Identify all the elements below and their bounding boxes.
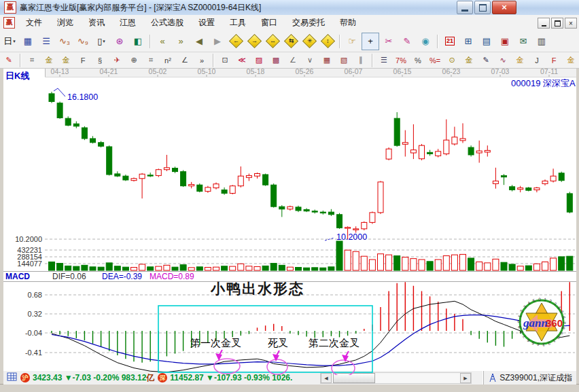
wave-count-9-icon[interactable]: ∿₉ [74,33,92,50]
angle-line-f-icon[interactable]: F [546,53,562,67]
menu-item-9[interactable]: 帮助 [332,18,364,27]
rocket-grid-icon[interactable]: ✈ [109,53,125,67]
title-bar: 赢 赢家江恩专业版[赢家内部服务平台] - [深深宝A SZ000019-64日… [0,0,579,16]
logo-text-gann: gann [523,317,548,329]
nav-next-icon[interactable]: ▶ [209,33,226,50]
more-gann-tools-icon[interactable]: » [194,53,210,67]
gold-section-circle-icon[interactable]: ⊙ [444,53,460,67]
menu-item-2[interactable]: 资讯 [81,18,112,27]
menu-item-6[interactable]: 工具 [222,18,253,27]
gold-grid-fall-icon[interactable]: 金 [58,53,74,67]
pan-left-icon[interactable]: ← [227,33,245,50]
angle-line-j-icon[interactable]: J [529,53,545,67]
angle-measure-icon[interactable]: ✂ [380,33,398,50]
mdi-minimize-button[interactable] [538,18,550,29]
gold-price-line-icon[interactable]: 金 [512,53,528,67]
speed-fan-icon[interactable]: ≪ [234,53,250,67]
parallel-lines-icon[interactable]: ∥ [353,53,369,67]
crosshair-tool-icon[interactable]: + [362,33,379,50]
zoom-out-horizontal-icon[interactable]: ↔ [264,33,281,50]
spiral-grid-icon[interactable]: § [92,53,108,67]
menu-item-5[interactable]: 设置 [191,18,222,27]
pattern-grid-a-icon[interactable]: ▦ [319,53,335,67]
export-icon[interactable]: ✉ [514,33,532,50]
chart-background [3,68,576,370]
axis-label: -0.41 [25,349,42,357]
menu-item-8[interactable]: 交易委托 [285,18,332,27]
chart-window-icon[interactable]: ▦ [19,33,37,50]
gold-grid-rise-icon[interactable]: 金 [41,53,57,67]
menu-item-3[interactable]: 江恩 [112,18,143,27]
candle-style-icon[interactable]: ▯▾ [92,33,110,50]
nav-prev-icon[interactable]: ◀ [190,33,208,50]
pattern-grid-b-icon[interactable]: ▧ [336,53,352,67]
draw-pen-icon[interactable]: ✎ [398,33,416,50]
percent-lines-icon[interactable]: %= [427,53,443,67]
window-controls: × [455,1,516,14]
color-histogram-icon[interactable]: ◧ [129,33,147,50]
box-fan-icon[interactable]: ▨ [251,53,267,67]
kline-period-icon[interactable]: 日▾ [1,33,18,50]
nav-first-icon[interactable]: « [154,33,171,50]
mdi-close-button[interactable]: × [565,18,577,29]
price-ruler-grid-icon[interactable]: ⌗ [143,53,159,67]
gann-grid-icon[interactable]: ⌗ [24,53,40,67]
macd-macd-value: MACD=0.89 [150,272,194,281]
volume-ladder-icon[interactable]: ☰ [376,53,392,67]
date-tick-label: 04-13 [51,68,69,75]
macd-dif-value: DIF=0.06 [52,272,86,281]
low-price-label: 10.2000 [336,232,367,242]
stock-filter-icon[interactable]: ⊛ [111,33,128,50]
kline-chart-canvas[interactable]: 04-1304-2105-0205-1005-1805-2606-0706-15… [0,68,579,375]
expand-chart-icon[interactable]: ↕ [319,33,336,50]
menu-bar: 赢 文件浏览资讯江恩公式选股设置工具窗口交易委托帮助 × [0,15,579,31]
wave-count-3-icon[interactable]: ∿₃ [56,33,73,50]
pattern-annotation-title: 小鸭出水形态 [211,279,304,298]
close-icon: × [502,2,507,13]
toolbar-separator [339,35,340,48]
window-minimize-button[interactable] [457,1,473,14]
calculator-icon[interactable]: ⊞ [459,33,477,50]
menu-item-7[interactable]: 窗口 [253,18,285,27]
box-grid-icon[interactable]: ▩ [268,53,284,67]
high-price-label: 16.1800 [67,92,98,102]
menu-item-4[interactable]: 公式选股 [143,18,191,27]
box-tool-icon[interactable]: ⊡ [217,53,233,67]
time-cycle-icon[interactable]: ⊕ [126,53,142,67]
percent-tool-icon[interactable]: % [410,53,426,67]
angle-line-gold-icon[interactable]: 金 [563,53,579,67]
zoom-in-horizontal-icon[interactable]: ⇆ [282,33,300,50]
price-mark-icon[interactable]: ✎ [478,53,494,67]
pan-right-icon[interactable]: → [245,33,263,50]
restore-icon [555,20,561,26]
hand-tool-icon[interactable]: ☞ [343,33,361,50]
mdi-restore-button[interactable] [551,18,563,29]
protractor-icon[interactable]: ∠ [177,53,193,67]
zigzag-lines-icon[interactable]: ∨ [302,53,318,67]
window-maximize-button[interactable] [474,1,491,14]
macd-indicator-label[interactable]: MACD [5,272,30,281]
trend-angles-icon[interactable]: ∠ [285,53,301,67]
wave-ruler-icon[interactable]: ∿ [495,53,511,67]
menu-item-1[interactable]: 浏览 [50,18,81,27]
gold-section-line-icon[interactable]: 金 [461,53,477,67]
compress-chart-icon[interactable]: ✳ [300,33,318,50]
stock-code-name-label[interactable]: 000019 深深宝A [511,77,576,90]
print-icon[interactable]: ▥ [533,33,550,50]
fibo-grid-icon[interactable]: F [75,53,91,67]
quote-list-icon[interactable]: ☰ [37,33,55,50]
pencil-tool-icon[interactable]: ✎ [1,53,17,67]
nav-last-icon[interactable]: » [172,33,190,50]
memo-icon[interactable]: ▤ [478,33,495,50]
save-icon[interactable]: ▣ [496,33,514,50]
date-tick-label: 05-10 [198,68,216,75]
square-of-nine-icon[interactable]: n² [160,53,176,67]
menu-item-0[interactable]: 文件 [18,18,50,27]
percent-seven-icon[interactable]: 7% [393,53,409,67]
window-close-button[interactable]: × [492,1,516,14]
toolbar-gann-drawing: ✎⌗金金F§✈⊕⌗n²∠»⊡≪▨▩∠∨▦▧∥☰7%%%=⊙金✎∿金JF金神赢四 [0,52,579,69]
smart-analysis-icon[interactable]: ◉ [417,33,434,50]
mdi-window-controls: × [536,18,577,29]
axis-label: 144077 [17,260,42,268]
calendar-icon[interactable]: 21 [441,33,459,50]
